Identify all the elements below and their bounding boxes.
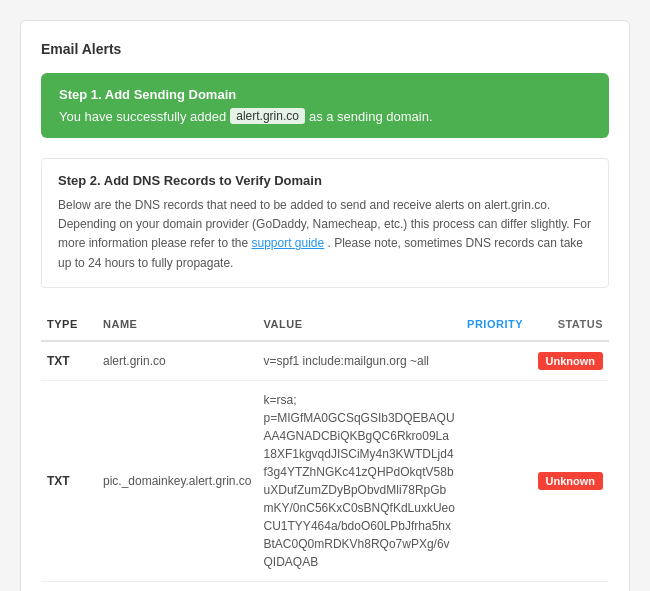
step2-description: Below are the DNS records that need to b…	[58, 196, 592, 273]
step1-body-after: as a sending domain.	[309, 109, 433, 124]
step1-domain-badge: alert.grin.co	[230, 108, 305, 124]
table-row: TXT pic._domainkey.alert.grin.co k=rsa; …	[41, 381, 609, 582]
cell-name: pic._domainkey.alert.grin.co	[97, 381, 258, 582]
status-badge: Unknown	[538, 352, 604, 370]
col-header-type: TYPE	[41, 308, 97, 342]
cell-priority	[461, 381, 529, 582]
step1-body-before: You have successfully added	[59, 109, 226, 124]
cell-name: alert.grin.co	[97, 341, 258, 381]
table-row: CNAME email.alert.grin.co mailgun.org Un…	[41, 582, 609, 591]
cell-value: mailgun.org	[258, 582, 462, 591]
page-title: Email Alerts	[41, 41, 609, 57]
cell-status: Unknown	[529, 381, 609, 582]
support-guide-link[interactable]: support guide	[251, 236, 324, 250]
cell-status: Unknown	[529, 341, 609, 381]
email-alerts-card: Email Alerts Step 1. Add Sending Domain …	[20, 20, 630, 591]
cell-name: email.alert.grin.co	[97, 582, 258, 591]
cell-type: TXT	[41, 381, 97, 582]
cell-priority	[461, 341, 529, 381]
step1-title: Step 1. Add Sending Domain	[59, 87, 591, 102]
step1-body: You have successfully added alert.grin.c…	[59, 108, 591, 124]
step1-banner: Step 1. Add Sending Domain You have succ…	[41, 73, 609, 138]
cell-priority	[461, 582, 529, 591]
status-badge: Unknown	[538, 472, 604, 490]
cell-status: Unknown	[529, 582, 609, 591]
col-header-name: NAME	[97, 308, 258, 342]
step2-title: Step 2. Add DNS Records to Verify Domain	[58, 173, 592, 188]
col-header-value: VALUE	[258, 308, 462, 342]
table-header-row: TYPE NAME VALUE PRIORITY STATUS	[41, 308, 609, 342]
step2-section: Step 2. Add DNS Records to Verify Domain…	[41, 158, 609, 288]
cell-value: k=rsa; p=MIGfMA0GCSqGSIb3DQEBAQUAA4GNADC…	[258, 381, 462, 582]
cell-type: TXT	[41, 341, 97, 381]
table-row: TXT alert.grin.co v=spf1 include:mailgun…	[41, 341, 609, 381]
cell-value: v=spf1 include:mailgun.org ~all	[258, 341, 462, 381]
col-header-priority: PRIORITY	[461, 308, 529, 342]
cell-type: CNAME	[41, 582, 97, 591]
dns-records-table: TYPE NAME VALUE PRIORITY STATUS TXT aler…	[41, 308, 609, 591]
col-header-status: STATUS	[529, 308, 609, 342]
